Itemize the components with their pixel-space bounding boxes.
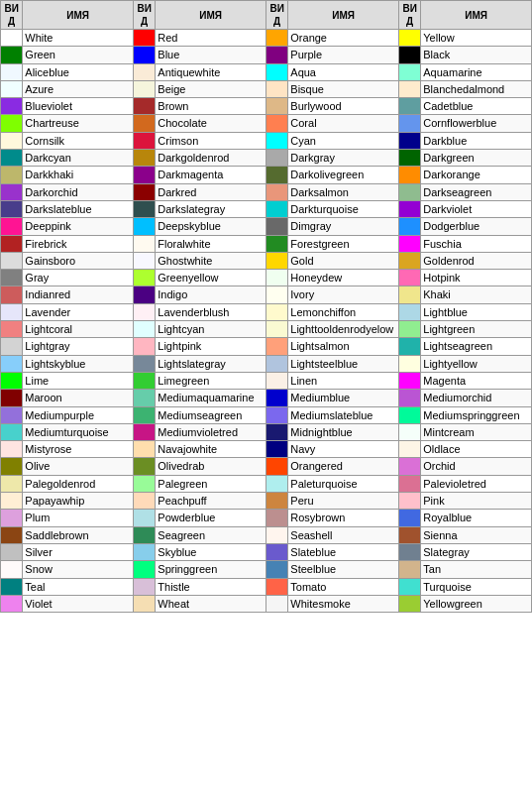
color-name-cell: Darkolivegreen (288, 167, 399, 183)
color-name-cell: Mistyrose (23, 441, 134, 458)
color-swatch-cell (133, 595, 155, 612)
color-name-cell: Mediumblue (288, 390, 399, 406)
color-name-cell: Orchid (421, 458, 532, 475)
color-name-cell: Lightskyblue (23, 355, 134, 372)
color-name-cell: Lighttooldenrodyelow (288, 321, 399, 338)
color-name-cell: Peru (288, 493, 399, 510)
color-swatch-cell (133, 30, 155, 47)
color-name-cell: Lightsteelblue (288, 355, 399, 372)
color-name-cell: Lavender (23, 303, 134, 320)
table-row: Lavender Lavenderblush Lemonchiffon Ligh… (1, 303, 532, 320)
table-row: Lime Limegreen Linen Magenta (1, 372, 532, 389)
color-name-cell: Limegreen (156, 372, 266, 389)
color-name-cell: Coral (288, 115, 399, 132)
color-swatch-cell (266, 441, 287, 458)
color-name-cell: Honeydew (288, 270, 399, 286)
table-row: Lightcoral Lightcyan Lighttooldenrodyelo… (1, 321, 532, 338)
color-swatch-cell (398, 150, 420, 167)
color-name-cell: Silver (23, 543, 134, 560)
color-swatch-cell (398, 321, 420, 338)
color-swatch-cell (398, 372, 420, 389)
color-name-cell: Aqua (288, 63, 399, 80)
color-name-cell: Palegoldenrod (23, 475, 134, 492)
color-name-cell: Chocolate (156, 115, 266, 132)
color-name-cell: Darkslateblue (23, 200, 134, 217)
color-swatch-cell (1, 475, 23, 492)
color-swatch-cell (133, 63, 155, 80)
color-name-cell: Royalblue (421, 510, 532, 526)
color-name-cell: Tomato (288, 578, 399, 595)
color-swatch-cell (133, 218, 155, 235)
color-swatch-cell (133, 132, 155, 149)
color-swatch-cell (133, 252, 155, 269)
color-name-cell: Beige (156, 80, 266, 97)
color-swatch-cell (266, 355, 287, 372)
color-name-cell: Chartreuse (23, 115, 134, 132)
color-name-cell: Burlywood (288, 98, 399, 115)
color-name-cell: Dimgray (288, 218, 399, 235)
color-name-cell: Mediumturquoise (23, 423, 134, 440)
color-name-cell: Magenta (421, 372, 532, 389)
color-swatch-cell (266, 595, 287, 612)
color-swatch-cell (1, 406, 23, 423)
color-swatch-cell (1, 595, 23, 612)
color-swatch-cell (398, 252, 420, 269)
color-swatch-cell (266, 493, 287, 510)
color-name-cell: Darkviolet (421, 200, 532, 217)
color-name-cell: Forestgreen (288, 235, 399, 252)
color-swatch-cell (133, 338, 155, 355)
color-name-cell: Gray (23, 270, 134, 286)
color-swatch-cell (1, 80, 23, 97)
color-swatch-cell (398, 493, 420, 510)
color-swatch-cell (1, 372, 23, 389)
table-row: Teal Thistle Tomato Turquoise (1, 578, 532, 595)
color-swatch-cell (133, 526, 155, 543)
color-swatch-cell (398, 200, 420, 217)
color-swatch-cell (133, 578, 155, 595)
table-row: Mediumturquoise Mediumvioletred Midnight… (1, 423, 532, 440)
color-name-cell: Darkmagenta (156, 167, 266, 183)
header-vid-2: ВИД (133, 1, 155, 30)
color-swatch-cell (1, 183, 23, 200)
color-name-cell: Lavenderblush (156, 303, 266, 320)
color-name-cell: Dodgerblue (421, 218, 532, 235)
color-swatch-cell (133, 235, 155, 252)
color-name-cell: Azure (23, 80, 134, 97)
color-swatch-cell (398, 218, 420, 235)
table-row: Aliceblue Antiquewhite Aqua Aquamarine (1, 63, 532, 80)
table-row: Darkcyan Darkgoldenrod Darkgray Darkgree… (1, 150, 532, 167)
color-swatch-cell (133, 475, 155, 492)
color-swatch-cell (1, 47, 23, 63)
color-name-cell: Khaki (421, 286, 532, 303)
color-name-cell: Purple (288, 47, 399, 63)
color-name-cell: Mediumvioletred (156, 423, 266, 440)
color-name-cell: Firebrick (23, 235, 134, 252)
table-row: Saddlebrown Seagreen Seashell Sienna (1, 526, 532, 543)
table-row: Plum Powderblue Rosybrown Royalblue (1, 510, 532, 526)
table-row: Lightgray Lightpink Lightsalmon Lightsea… (1, 338, 532, 355)
color-swatch-cell (133, 270, 155, 286)
color-name-cell: Lightgray (23, 338, 134, 355)
color-name-cell: Linen (288, 372, 399, 389)
color-swatch-cell (398, 30, 420, 47)
color-name-cell: Green (23, 47, 134, 63)
color-swatch-cell (133, 321, 155, 338)
color-name-cell: Navajowhite (156, 441, 266, 458)
color-swatch-cell (266, 423, 287, 440)
color-swatch-cell (398, 47, 420, 63)
table-row: White Red Orange Yellow (1, 30, 532, 47)
color-name-cell: White (23, 30, 134, 47)
color-swatch-cell (266, 578, 287, 595)
color-swatch-cell (398, 98, 420, 115)
color-swatch-cell (398, 595, 420, 612)
color-name-cell: Antiquewhite (156, 63, 266, 80)
color-swatch-cell (133, 355, 155, 372)
color-name-cell: Mediumorchid (421, 390, 532, 406)
color-swatch-cell (1, 98, 23, 115)
color-swatch-cell (133, 47, 155, 63)
table-row: Gray Greenyellow Honeydew Hotpink (1, 270, 532, 286)
color-name-cell: Blanchedalmond (421, 80, 532, 97)
color-swatch-cell (1, 270, 23, 286)
color-swatch-cell (1, 30, 23, 47)
color-name-cell: Whitesmoke (288, 595, 399, 612)
